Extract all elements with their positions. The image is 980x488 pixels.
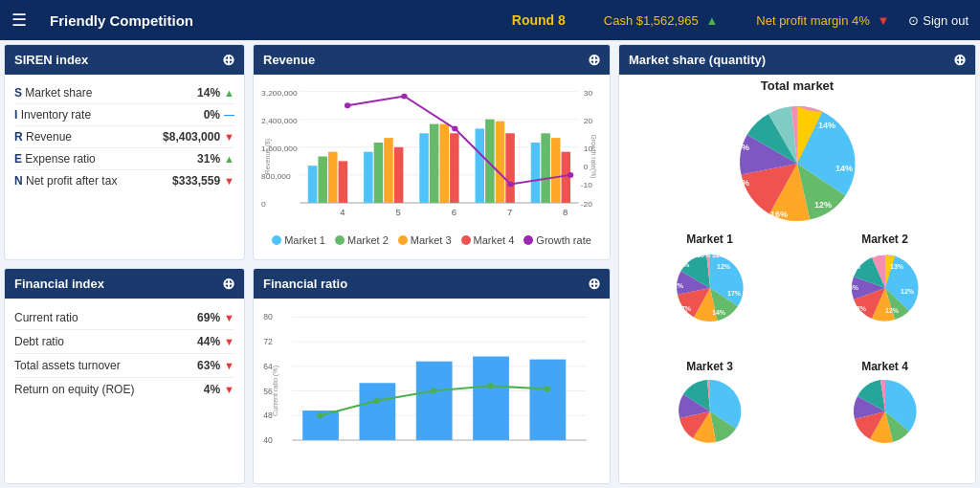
round-label: Round 8 bbox=[512, 12, 566, 28]
market4-item: Market 4 bbox=[798, 360, 971, 480]
financial-index-header: Financial index ⊕ bbox=[5, 269, 244, 299]
arrow-down-r: ▼ bbox=[224, 131, 234, 143]
legend-market4: Market 4 bbox=[461, 234, 515, 246]
siren-row-s: S Market share 14% ▲ bbox=[14, 82, 234, 104]
svg-rect-31 bbox=[476, 128, 485, 203]
svg-text:14%: 14% bbox=[712, 309, 726, 316]
signout-button[interactable]: ⊙ Sign out bbox=[908, 13, 969, 28]
siren-expand-icon[interactable]: ⊕ bbox=[222, 51, 234, 69]
legend-dot-market1 bbox=[272, 235, 281, 245]
arrow-up-s: ▲ bbox=[224, 87, 234, 99]
financial-ratio-panel: Financial ratio ⊕ 80 72 64 56 48 40 Curr… bbox=[253, 268, 611, 484]
financial-ratio-expand-icon[interactable]: ⊕ bbox=[588, 275, 600, 293]
svg-text:Growth rate(%): Growth rate(%) bbox=[590, 135, 597, 179]
menu-icon[interactable]: ☰ bbox=[11, 10, 27, 31]
revenue-panel: Revenue ⊕ 3,200,000 2,400,000 1,600,000 … bbox=[253, 44, 611, 260]
cash-label: Cash $1,562,965 ▲ bbox=[604, 13, 719, 28]
revenue-expand-icon[interactable]: ⊕ bbox=[588, 51, 600, 69]
svg-text:30: 30 bbox=[584, 89, 593, 98]
svg-text:12%: 12% bbox=[670, 282, 684, 289]
siren-row-n: N Net profit after tax $333,559 ▼ bbox=[14, 170, 234, 191]
siren-header: SIREN index ⊕ bbox=[5, 45, 244, 75]
svg-rect-35 bbox=[531, 143, 541, 203]
svg-text:Current ratio (%): Current ratio (%) bbox=[271, 366, 279, 416]
svg-rect-22 bbox=[339, 161, 348, 203]
market2-title: Market 2 bbox=[861, 233, 908, 246]
svg-text:Revenue ($): Revenue ($) bbox=[263, 139, 271, 174]
svg-text:0: 0 bbox=[584, 163, 589, 171]
revenue-svg: 3,200,000 2,400,000 1,600,000 800,000 0 … bbox=[259, 82, 604, 231]
siren-row-e: E Expense ratio 31% ▲ bbox=[14, 148, 234, 170]
svg-point-94 bbox=[431, 388, 436, 393]
svg-point-43 bbox=[568, 172, 573, 178]
svg-text:8%: 8% bbox=[745, 111, 757, 121]
svg-point-96 bbox=[545, 386, 550, 391]
arrow-flat-i: — bbox=[224, 109, 234, 121]
svg-text:3,200,000: 3,200,000 bbox=[261, 89, 298, 98]
svg-point-92 bbox=[317, 412, 323, 418]
svg-text:5%: 5% bbox=[679, 261, 690, 268]
svg-point-93 bbox=[374, 398, 380, 404]
svg-rect-30 bbox=[450, 133, 459, 203]
main-grid: SIREN index ⊕ S Market share 14% ▲ I Inv… bbox=[0, 40, 980, 488]
svg-point-41 bbox=[452, 126, 457, 132]
svg-point-39 bbox=[345, 102, 350, 108]
svg-rect-36 bbox=[541, 133, 550, 203]
market3-item: Market 3 bbox=[623, 360, 796, 480]
svg-rect-37 bbox=[551, 138, 561, 203]
app-title: Friendly Competition bbox=[50, 12, 493, 29]
fin-label-assets: Total assets turnover bbox=[14, 359, 121, 372]
svg-text:0: 0 bbox=[261, 200, 266, 209]
market1-pie: 12% 17% 14% 17% 12% 5% 10% 12% bbox=[662, 248, 758, 324]
fin-row-assets: Total assets turnover 63% ▼ bbox=[14, 354, 234, 378]
legend-label-market4: Market 4 bbox=[474, 234, 515, 246]
svg-rect-90 bbox=[473, 357, 509, 440]
revenue-bar-chart: 3,200,000 2,400,000 1,600,000 800,000 0 … bbox=[259, 82, 604, 231]
market-share-header: Market share (quantity) ⊕ bbox=[619, 45, 975, 75]
market3-title: Market 3 bbox=[686, 360, 733, 373]
financial-ratio-title: Financial ratio bbox=[263, 277, 347, 291]
svg-text:10%: 10% bbox=[697, 252, 711, 258]
revenue-chart-container: 3,200,000 2,400,000 1,600,000 800,000 0 … bbox=[254, 75, 610, 259]
svg-point-42 bbox=[507, 182, 513, 188]
fin-val-roe: 4% ▼ bbox=[204, 383, 234, 396]
arrow-down-n: ▼ bbox=[224, 175, 234, 187]
total-market-title: Total market bbox=[623, 78, 971, 93]
legend-market3: Market 3 bbox=[398, 234, 452, 246]
siren-body: S Market share 14% ▲ I Inventory rate 0%… bbox=[5, 75, 244, 259]
svg-rect-21 bbox=[328, 152, 338, 203]
svg-text:14%: 14% bbox=[797, 99, 814, 108]
legend-dot-market4 bbox=[461, 235, 471, 245]
sub-market-grid: Market 1 12% 17% 14% bbox=[623, 233, 971, 479]
svg-rect-33 bbox=[496, 122, 505, 203]
svg-rect-91 bbox=[529, 360, 566, 440]
svg-rect-28 bbox=[430, 124, 439, 203]
market1-item: Market 1 12% 17% 14% bbox=[623, 233, 796, 358]
legend-label-market3: Market 3 bbox=[411, 234, 452, 246]
legend-label-growth: Growth rate bbox=[536, 234, 590, 246]
legend-dot-market3 bbox=[398, 235, 408, 245]
svg-text:12%: 12% bbox=[814, 200, 832, 210]
fin-val-current: 69% ▼ bbox=[197, 311, 234, 324]
legend-market2: Market 2 bbox=[335, 234, 389, 246]
fin-row-debt: Debt ratio 44% ▼ bbox=[14, 330, 234, 354]
revenue-title: Revenue bbox=[263, 53, 315, 67]
financial-ratio-header: Financial ratio ⊕ bbox=[254, 269, 610, 299]
siren-val-s: 14% ▲ bbox=[197, 86, 234, 100]
svg-text:16%: 16% bbox=[770, 210, 788, 219]
svg-text:12%: 12% bbox=[901, 288, 915, 295]
svg-text:-10: -10 bbox=[581, 182, 593, 190]
svg-rect-19 bbox=[308, 166, 318, 203]
siren-val-n: $333,559 ▼ bbox=[172, 174, 234, 188]
arrow-up-e: ▲ bbox=[224, 153, 234, 165]
fin-row-roe: Return on equity (ROE) 4% ▼ bbox=[14, 378, 234, 401]
financial-ratio-chart: 80 72 64 56 48 40 Current ratio (%) bbox=[254, 299, 610, 483]
fin-val-assets: 63% ▼ bbox=[197, 359, 234, 372]
market2-item: Market 2 13% 12% bbox=[798, 233, 971, 358]
market-share-expand-icon[interactable]: ⊕ bbox=[953, 51, 966, 69]
financial-index-expand-icon[interactable]: ⊕ bbox=[222, 275, 234, 293]
siren-val-e: 31% ▲ bbox=[197, 152, 234, 166]
svg-rect-20 bbox=[318, 157, 327, 203]
svg-text:80: 80 bbox=[263, 313, 273, 322]
siren-label-r: R Revenue bbox=[14, 130, 72, 144]
